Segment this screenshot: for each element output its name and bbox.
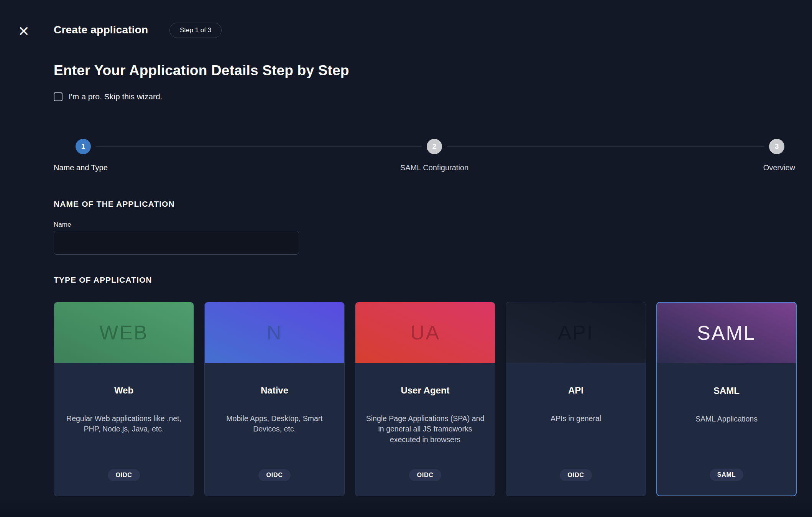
close-icon[interactable]: ✕ bbox=[15, 23, 32, 40]
app-type-card-native[interactable]: N Native Mobile Apps, Desktop, Smart Dev… bbox=[204, 302, 345, 496]
card-letter-native: N bbox=[267, 321, 283, 344]
card-letter-saml: SAML bbox=[697, 321, 756, 344]
bottom-fade bbox=[0, 498, 812, 517]
step-circle-saml-configuration[interactable]: 2 bbox=[427, 139, 442, 154]
wizard-stepper: 1 2 3 Name and Type SAML Configuration O… bbox=[0, 138, 812, 180]
card-letter-api: API bbox=[558, 321, 594, 344]
step-circle-overview[interactable]: 3 bbox=[769, 139, 784, 154]
card-description: Regular Web applications like .net, PHP,… bbox=[54, 413, 194, 435]
card-letter-user-agent: UA bbox=[410, 321, 440, 344]
card-title: Native bbox=[205, 385, 344, 396]
card-header-api: API bbox=[506, 302, 646, 363]
card-title: API bbox=[506, 385, 646, 396]
card-header-web: WEB bbox=[54, 302, 194, 363]
step-progress-badge: Step 1 of 3 bbox=[169, 23, 222, 38]
protocol-badge: SAML bbox=[710, 469, 744, 481]
protocol-badge: OIDC bbox=[560, 469, 592, 481]
app-type-card-api[interactable]: API API APIs in general OIDC bbox=[506, 302, 646, 496]
app-type-card-user-agent[interactable]: UA User Agent Single Page Applications (… bbox=[355, 302, 495, 496]
application-type-cards: WEB Web Regular Web applications like .n… bbox=[54, 302, 797, 496]
step-label-saml-configuration[interactable]: SAML Configuration bbox=[400, 163, 468, 172]
skip-wizard-checkbox[interactable] bbox=[54, 92, 62, 101]
type-section-title: TYPE OF APPLICATION bbox=[54, 275, 152, 285]
protocol-badge: OIDC bbox=[258, 469, 290, 481]
stepper-line-2 bbox=[447, 146, 764, 147]
card-letter-web: WEB bbox=[99, 321, 148, 344]
protocol-badge: OIDC bbox=[108, 469, 140, 481]
card-description: Mobile Apps, Desktop, Smart Devices, etc… bbox=[205, 413, 344, 435]
step-label-overview[interactable]: Overview bbox=[763, 163, 795, 172]
name-field-label: Name bbox=[54, 221, 71, 229]
step-label-name-and-type[interactable]: Name and Type bbox=[54, 163, 108, 172]
card-description: SAML Applications bbox=[657, 414, 796, 424]
application-name-input[interactable] bbox=[54, 231, 299, 255]
card-title: User Agent bbox=[355, 385, 495, 396]
name-section-title: NAME OF THE APPLICATION bbox=[54, 199, 175, 209]
card-title: Web bbox=[54, 385, 194, 396]
card-header-saml: SAML bbox=[657, 303, 796, 363]
skip-wizard-label[interactable]: I'm a pro. Skip this wizard. bbox=[69, 92, 162, 101]
page-title: Create application bbox=[54, 24, 148, 36]
protocol-badge: OIDC bbox=[409, 469, 441, 481]
card-description: Single Page Applications (SPA) and in ge… bbox=[355, 413, 495, 445]
wizard-heading: Enter Your Application Details Step by S… bbox=[54, 63, 349, 79]
card-header-user-agent: UA bbox=[355, 302, 495, 363]
card-title: SAML bbox=[657, 385, 796, 396]
stepper-line-1 bbox=[95, 146, 422, 147]
app-type-card-saml[interactable]: SAML SAML SAML Applications SAML bbox=[656, 302, 797, 496]
card-description: APIs in general bbox=[506, 413, 646, 424]
app-type-card-web[interactable]: WEB Web Regular Web applications like .n… bbox=[54, 302, 194, 496]
step-circle-name-and-type[interactable]: 1 bbox=[76, 139, 91, 154]
skip-wizard-row[interactable]: I'm a pro. Skip this wizard. bbox=[54, 92, 162, 101]
card-header-native: N bbox=[205, 302, 344, 363]
